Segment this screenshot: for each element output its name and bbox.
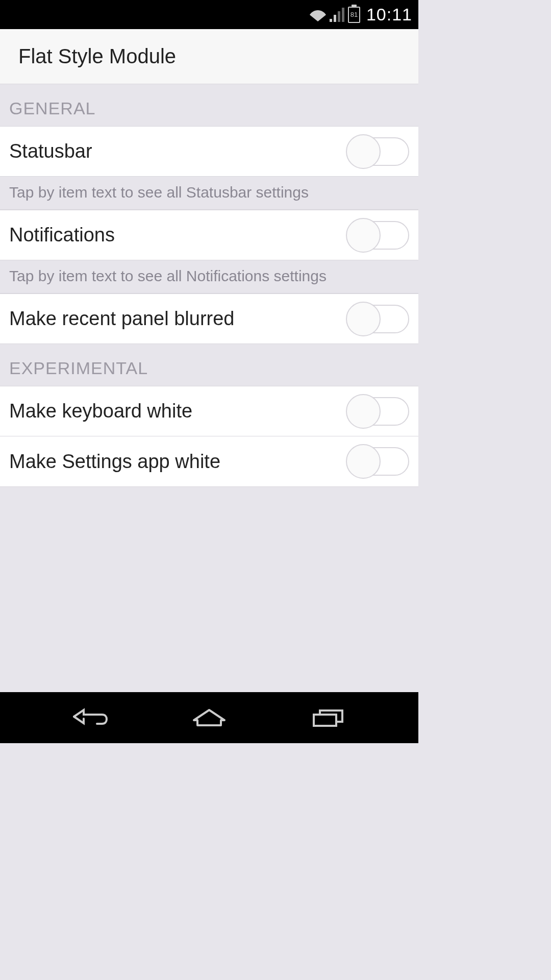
hint-notifications: Tap by item text to see all Notification…	[0, 260, 418, 293]
recents-button[interactable]	[308, 702, 348, 733]
setting-row-notifications[interactable]: Notifications	[0, 210, 418, 260]
svg-rect-3	[342, 8, 344, 22]
content-area: GENERAL Statusbar Tap by item text to se…	[0, 84, 418, 692]
section-header-experimental: EXPERIMENTAL	[0, 344, 418, 386]
setting-label-notifications: Notifications	[9, 224, 115, 246]
status-time: 10:11	[366, 5, 412, 24]
setting-label-statusbar: Statusbar	[9, 140, 92, 162]
home-button[interactable]	[189, 702, 230, 733]
toggle-thumb	[346, 134, 381, 169]
setting-label-settings-white: Make Settings app white	[9, 451, 220, 473]
toggle-notifications[interactable]	[349, 217, 409, 254]
navigation-bar	[0, 692, 418, 743]
toggle-thumb	[346, 302, 381, 336]
hint-text-notifications: Tap by item text to see all Notification…	[9, 267, 327, 284]
app-header: Flat Style Module	[0, 29, 418, 84]
toggle-thumb	[346, 218, 381, 253]
app-title: Flat Style Module	[18, 45, 176, 68]
signal-icon	[330, 8, 345, 22]
setting-row-settings-white[interactable]: Make Settings app white	[0, 436, 418, 487]
status-bar: 81 10:11	[0, 0, 418, 29]
toggle-settings-white[interactable]	[349, 443, 409, 480]
svg-rect-0	[330, 19, 332, 22]
toggle-keyboard-white[interactable]	[349, 393, 409, 430]
hint-statusbar: Tap by item text to see all Statusbar se…	[0, 177, 418, 210]
setting-row-recent-panel[interactable]: Make recent panel blurred	[0, 293, 418, 344]
battery-level: 81	[350, 11, 358, 18]
wifi-icon	[309, 8, 327, 21]
toggle-thumb	[346, 394, 381, 429]
svg-rect-1	[334, 15, 336, 22]
toggle-recent-panel[interactable]	[349, 301, 409, 337]
section-title-experimental: EXPERIMENTAL	[9, 358, 148, 378]
setting-label-recent-panel: Make recent panel blurred	[9, 308, 234, 330]
svg-rect-2	[338, 11, 340, 22]
setting-label-keyboard-white: Make keyboard white	[9, 400, 192, 422]
toggle-thumb	[346, 444, 381, 479]
section-title-general: GENERAL	[9, 99, 96, 118]
hint-text-statusbar: Tap by item text to see all Statusbar se…	[9, 184, 309, 201]
toggle-statusbar[interactable]	[349, 133, 409, 170]
battery-icon: 81	[348, 7, 360, 23]
setting-row-keyboard-white[interactable]: Make keyboard white	[0, 386, 418, 436]
svg-rect-4	[314, 715, 336, 726]
section-header-general: GENERAL	[0, 84, 418, 126]
setting-row-statusbar[interactable]: Statusbar	[0, 126, 418, 177]
back-button[interactable]	[70, 702, 111, 733]
